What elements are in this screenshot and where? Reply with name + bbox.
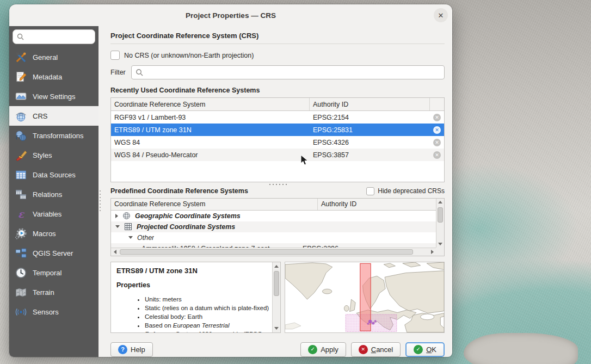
cancel-x-icon: ✕ — [359, 345, 368, 354]
expand-arrow-icon[interactable] — [115, 214, 118, 218]
scroll-up-button[interactable] — [273, 262, 280, 270]
column-header-crs-name[interactable]: Coordinate Reference System — [111, 199, 318, 210]
sidebar-item-temporal[interactable]: Temporal — [9, 263, 98, 282]
sidebar-search-input[interactable] — [13, 29, 95, 44]
table-row[interactable]: WGS 84 / Pseudo-Mercator EPSG:3857 ✕ — [111, 149, 444, 161]
collapse-arrow-icon[interactable] — [115, 225, 120, 228]
column-header-authority[interactable]: Authority ID — [310, 98, 430, 110]
crs-name-cell: ETRS89 / UTM zone 31N — [111, 126, 310, 134]
tree-item-label: Geographic Coordinate Systems — [135, 212, 241, 220]
sidebar-item-crs[interactable]: CRS — [9, 106, 98, 126]
predefined-table-header[interactable]: Coordinate Reference System Authority ID — [111, 199, 436, 211]
dialog-title: Project Properties — CRS — [186, 11, 276, 20]
no-crs-checkbox[interactable] — [110, 51, 120, 60]
table-row-selected[interactable]: ETRS89 / UTM zone 31N EPSG:25831 ✕ — [111, 124, 444, 136]
scrollbar-thumb[interactable] — [120, 249, 413, 255]
tree-item-crs-entry[interactable]: Ammassalik 1958 / Greenland zone 7 east … — [111, 243, 436, 248]
vertical-scrollbar[interactable] — [272, 262, 280, 332]
sensors-signal-icon — [15, 306, 27, 318]
arrow-down-icon — [274, 327, 279, 330]
close-button[interactable]: ✕ — [434, 8, 448, 22]
sidebar-item-relations[interactable]: Relations — [9, 184, 98, 204]
hide-deprecated-checkbox[interactable] — [366, 187, 374, 195]
sidebar-item-label: Styles — [33, 151, 52, 159]
settings-sidebar: General Metadata View Settings — [9, 26, 98, 357]
sidebar-item-variables[interactable]: ε Variables — [9, 204, 98, 224]
sidebar-item-data-sources[interactable]: Data Sources — [9, 165, 98, 184]
sidebar-item-qgis-server[interactable]: QGIS Server — [9, 243, 98, 263]
column-header-authority[interactable]: Authority ID — [318, 199, 436, 210]
sidebar-item-view-settings[interactable]: View Settings — [9, 87, 98, 106]
recent-crs-table: Coordinate Reference System Authority ID… — [110, 97, 445, 182]
collapse-arrow-icon[interactable] — [128, 236, 133, 239]
arrow-right-icon — [431, 250, 434, 254]
sidebar-item-macros[interactable]: Macros — [9, 224, 98, 243]
scrollbar-thumb[interactable] — [274, 271, 279, 296]
sidebar-item-label: View Settings — [33, 92, 76, 101]
mouse-cursor — [300, 155, 309, 166]
data-sources-icon — [15, 169, 27, 181]
crs-name-cell: WGS 84 — [111, 139, 310, 146]
tree-item-projected[interactable]: Projected Coordinate Systems — [111, 221, 436, 232]
page-title: Project Coordinate Reference System (CRS… — [110, 32, 445, 44]
sidebar-item-general[interactable]: General — [9, 47, 98, 67]
check-icon: ✓ — [414, 345, 423, 354]
property-item: Based on European Terrestrial — [145, 322, 270, 330]
scroll-down-button[interactable] — [436, 240, 444, 248]
section-splitter[interactable] — [110, 182, 445, 187]
column-header-remove[interactable] — [430, 98, 444, 110]
sidebar-item-label: Variables — [33, 210, 61, 218]
ok-button-label: OK — [426, 346, 436, 354]
search-icon — [17, 33, 24, 40]
vertical-scrollbar[interactable] — [436, 199, 444, 248]
predefined-crs-title: Predefined Coordinate Reference Systems — [110, 187, 248, 195]
scroll-right-button[interactable] — [428, 248, 436, 256]
cancel-button[interactable]: ✕ Cancel — [351, 342, 401, 357]
remove-crs-icon[interactable]: ✕ — [433, 139, 441, 146]
sidebar-item-sensors[interactable]: Sensors — [9, 302, 98, 322]
ok-button[interactable]: ✓ OK — [405, 342, 445, 357]
recent-crs-title: Recently Used Coordinate Reference Syste… — [110, 87, 445, 94]
remove-crs-icon[interactable]: ✕ — [433, 114, 441, 121]
property-item: Static (relies on a datum which is plate… — [145, 304, 270, 312]
sidebar-item-label: General — [33, 53, 58, 61]
tree-item-geographic[interactable]: Geographic Coordinate Systems — [111, 211, 436, 221]
svg-text:ε: ε — [18, 208, 25, 219]
predefined-crs-table: Coordinate Reference System Authority ID… — [110, 198, 445, 256]
table-row[interactable]: WGS 84 EPSG:4326 ✕ — [111, 136, 444, 149]
column-header-crs-name[interactable]: Coordinate Reference System — [111, 98, 310, 110]
sidebar-item-label: Relations — [33, 190, 62, 199]
scrollbar-corner — [436, 248, 444, 256]
tree-item-other[interactable]: Other — [111, 232, 436, 243]
scroll-up-button[interactable] — [436, 199, 444, 206]
remove-crs-icon[interactable]: ✕ — [433, 126, 441, 134]
sidebar-item-label: Terrain — [33, 288, 54, 297]
table-row[interactable]: RGF93 v1 / Lambert-93 EPSG:2154 ✕ — [111, 111, 444, 124]
dialog-titlebar[interactable]: Project Properties — CRS ✕ — [9, 4, 452, 26]
sidebar-item-label: Macros — [33, 230, 56, 238]
panel-splitter-handle[interactable] — [98, 189, 102, 211]
apply-button-label: Apply — [321, 346, 338, 354]
scroll-down-button[interactable] — [273, 325, 280, 332]
help-button[interactable]: ? Help — [110, 342, 153, 357]
scrollbar-thumb[interactable] — [438, 207, 443, 223]
close-icon: ✕ — [438, 11, 444, 20]
sidebar-item-transformations[interactable]: Transformations — [9, 126, 98, 145]
recent-table-header[interactable]: Coordinate Reference System Authority ID — [111, 98, 444, 111]
horizontal-scrollbar[interactable] — [111, 248, 436, 256]
globe-crs-icon — [15, 110, 27, 122]
crs-filter-input[interactable] — [131, 65, 445, 79]
sidebar-item-terrain[interactable]: Terrain — [9, 282, 98, 302]
relations-icon — [15, 188, 27, 201]
property-item: Units: meters — [145, 295, 270, 304]
scroll-left-button[interactable] — [111, 248, 119, 256]
help-icon: ? — [118, 345, 127, 354]
remove-crs-icon[interactable]: ✕ — [433, 151, 441, 159]
sidebar-item-styles[interactable]: Styles — [9, 145, 98, 165]
sidebar-item-metadata[interactable]: Metadata — [9, 67, 98, 87]
server-network-icon — [15, 247, 27, 260]
crs-extent-map — [285, 262, 445, 333]
arrow-left-icon — [114, 250, 116, 254]
splitter-grip-icon — [268, 183, 287, 186]
apply-button[interactable]: ✓ Apply — [300, 342, 346, 357]
